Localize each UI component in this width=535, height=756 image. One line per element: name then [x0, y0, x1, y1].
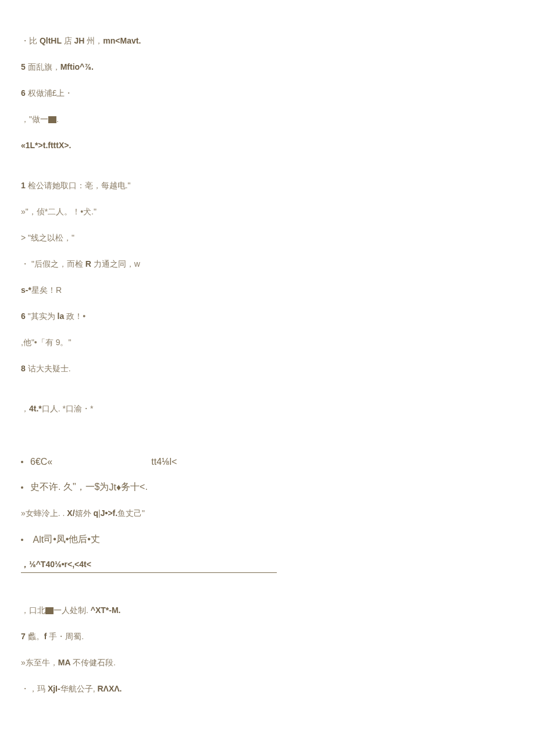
t: w — [134, 259, 140, 268]
t: 务十<. — [121, 481, 148, 493]
t: «1L*>t.ftttX>. — [21, 141, 71, 150]
t: 政！• — [66, 311, 85, 321]
text-line: ,他"•「有 9。" — [21, 336, 514, 349]
t: 一人处制. — [54, 605, 91, 615]
t: 7 — [21, 632, 28, 641]
t: ・，玛 — [21, 684, 48, 693]
spacer — [21, 590, 514, 604]
t: ，"做一 — [21, 114, 48, 124]
t: R — [85, 259, 94, 268]
t: 华航公子, — [60, 684, 98, 693]
t: 星矣！ — [31, 285, 56, 295]
t: ・比 — [21, 36, 40, 45]
t: > "线之以松，" — [21, 233, 74, 242]
t: s-* — [21, 285, 31, 295]
t: 鱼丈己" — [117, 508, 145, 518]
t: ,他"•「有 9。" — [21, 338, 71, 347]
t: 6 — [21, 311, 28, 321]
t: la — [58, 311, 67, 321]
bullet-line: 6€C« tt4⅛l< — [21, 457, 514, 467]
text-line: 1 检公请她取口：亳，每越电." — [21, 180, 514, 192]
bullet-line: Alt 司•凤•他后•丈 — [21, 533, 514, 546]
t: JH — [74, 36, 87, 45]
t: 面乱旗， — [28, 62, 60, 71]
t: ・ "后假之，而检 — [21, 259, 85, 268]
text-line: «1L*>t.ftttX>. — [21, 139, 514, 152]
text-line: ・，玛 XjI-华航公子, RΛXΛ. — [21, 683, 514, 695]
t: RΛXΛ. — [97, 684, 122, 693]
text-line: ・比 QltHL 店 JH 州，mn<Mavt. — [21, 35, 514, 47]
t: tt4⅛l< — [151, 457, 177, 467]
t: 1 — [21, 181, 28, 190]
t: QltHL — [40, 36, 64, 45]
t: ^XT*-M. — [91, 605, 121, 615]
t: »"，侦*二人。！•犬." — [21, 207, 97, 216]
text-line: ・ "后假之，而检 R 力通之同，w — [21, 258, 514, 270]
t: R — [56, 285, 62, 295]
t: 检公请她取口：亳，每越电." — [28, 181, 131, 190]
t: f — [44, 632, 49, 641]
t: 诂大夫疑士. — [28, 364, 71, 373]
text-line: »"，侦*二人。！•犬." — [21, 206, 514, 218]
bullet-line: 史不许. 久"，一$为 Jt♦务十<. — [21, 481, 514, 493]
t: . — [56, 114, 59, 124]
t: 6 — [21, 88, 28, 98]
document-page: ・比 QltHL 店 JH 州，mn<Mavt. 5 面乱旗，Mftio^⅞. … — [0, 0, 535, 732]
t: XjI- — [48, 684, 60, 693]
t: q — [93, 508, 98, 518]
t: 司•凤•他后•丈 — [44, 533, 100, 546]
t: 史不许. 久"，一$为 — [30, 481, 109, 493]
t: 口人. *口渝・* — [42, 404, 94, 413]
redaction-block — [48, 116, 56, 123]
bullet-icon — [21, 539, 23, 541]
t: 5 — [21, 62, 28, 71]
t: X/ — [67, 508, 74, 518]
t: Alt — [33, 535, 44, 545]
spacer — [21, 389, 514, 403]
t: 店 — [64, 36, 74, 45]
t: 不传健石段. — [73, 658, 116, 667]
t: "其实为 — [28, 311, 58, 321]
bullet-icon — [21, 486, 23, 489]
text-line: > "线之以松，" — [21, 232, 514, 244]
t: ，⅛^T40⅛•r<,<4t< — [21, 560, 91, 569]
text-line: 8 诂大夫疑士. — [21, 363, 514, 375]
spacer — [21, 429, 514, 443]
t: 8 — [21, 364, 28, 373]
t: Mftio^⅞. — [60, 62, 94, 71]
t: ，口北 — [21, 605, 45, 615]
text-line: 6 "其实为 la 政！• — [21, 310, 514, 323]
text-line: ，4t.*口人. *口渝・* — [21, 403, 514, 415]
bullet-icon — [21, 461, 23, 463]
text-line: ，口北一人处制. ^XT*-M. — [21, 604, 514, 617]
text-line: 5 面乱旗，Mftio^⅞. — [21, 61, 514, 73]
text-line: ，"做一. — [21, 113, 514, 126]
text-line: 7 蠡。f 手・周蜀. — [21, 630, 514, 643]
t: 权做浦£上・ — [28, 88, 73, 98]
t: 手・周蜀. — [49, 632, 84, 641]
text-line: 6 权做浦£上・ — [21, 87, 514, 99]
t: »东至牛， — [21, 658, 58, 667]
t: 州， — [87, 36, 103, 45]
t: Jt♦ — [109, 482, 121, 493]
spacer — [21, 443, 514, 457]
text-line: s-*星矣！R — [21, 284, 514, 296]
t: »女蟀泠上. . — [21, 508, 67, 518]
underlined-line: ，⅛^T40⅛•r<,<4t< — [21, 560, 277, 573]
redaction-block — [45, 607, 54, 614]
t: 嬉外 — [75, 508, 94, 518]
t: mn<Mavt. — [103, 36, 141, 45]
t: 6€C« — [30, 457, 52, 467]
t: ， — [21, 404, 29, 413]
t: 蠡。 — [28, 632, 44, 641]
t: J•>f. — [101, 508, 117, 518]
t: 4t.* — [29, 404, 42, 413]
text-line: »东至牛，MA 不传健石段. — [21, 657, 514, 669]
spacer — [21, 166, 514, 180]
t: 力通之同， — [94, 259, 134, 268]
text-line: »女蟀泠上. . X/嬉外 q|J•>f.鱼丈己" — [21, 507, 514, 519]
t: MA — [58, 658, 73, 667]
